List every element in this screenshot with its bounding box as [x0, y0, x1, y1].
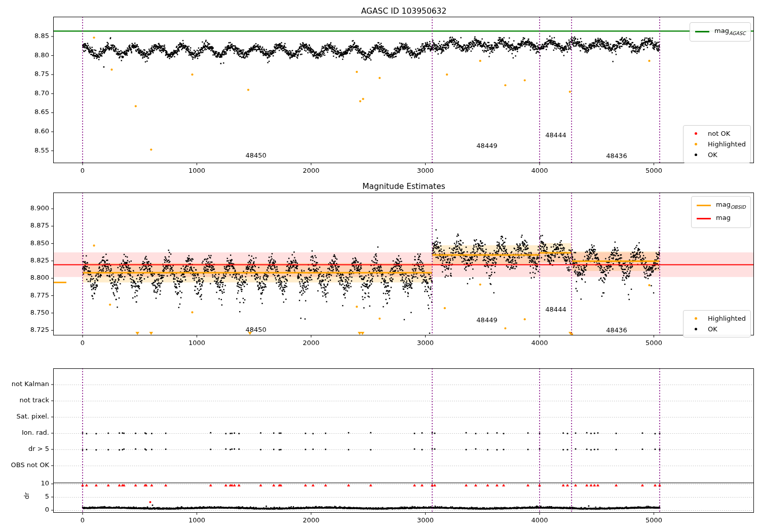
- chart-canvas: [0, 0, 760, 532]
- figure: AGASC ID 103950632 Magnitude Estimates d…: [0, 0, 760, 532]
